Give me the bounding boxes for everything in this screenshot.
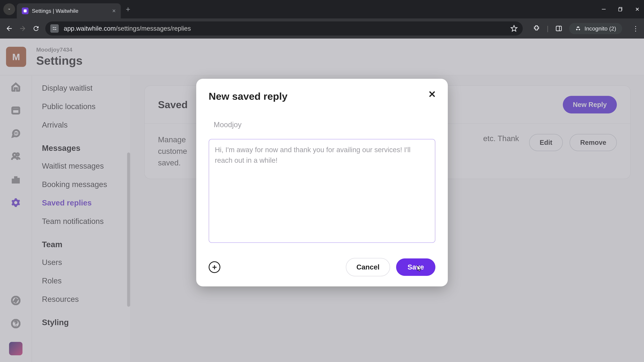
- window-minimize-icon[interactable]: [600, 6, 607, 12]
- svg-point-4: [53, 27, 54, 28]
- svg-rect-1: [602, 9, 606, 9]
- nav-back-icon[interactable]: [5, 24, 14, 33]
- browser-menu-icon[interactable]: ⋮: [632, 25, 639, 32]
- window-maximize-icon[interactable]: [617, 6, 624, 12]
- incognito-label: Incognito (2): [584, 25, 616, 32]
- toolbar-right: | Incognito (2): [533, 23, 622, 34]
- save-button[interactable]: Save: [396, 258, 435, 276]
- modal-overlay[interactable]: New saved reply ✕ Moodjoy + Cancel Save: [0, 38, 644, 362]
- modal-close-icon[interactable]: ✕: [428, 89, 436, 100]
- new-saved-reply-modal: New saved reply ✕ Moodjoy + Cancel Save: [196, 79, 448, 286]
- favicon: [22, 7, 28, 14]
- browser-titlebar: Settings | Waitwhile × +: [0, 0, 644, 18]
- window-controls: [600, 0, 641, 18]
- cancel-button[interactable]: Cancel: [346, 258, 390, 276]
- svg-rect-5: [54, 27, 56, 28]
- reply-name-input[interactable]: Moodjoy: [209, 117, 435, 132]
- incognito-indicator[interactable]: Incognito (2): [569, 23, 622, 34]
- browser-toolbar: app.waitwhile.com/settings/messages/repl…: [0, 18, 644, 38]
- app-viewport: M Moodjoy7434 Settings: [0, 38, 644, 362]
- nav-reload-icon[interactable]: [32, 24, 40, 33]
- svg-rect-3: [619, 8, 622, 11]
- bookmark-star-icon[interactable]: [510, 25, 518, 32]
- nav-forward-icon[interactable]: [18, 24, 27, 33]
- svg-rect-0: [24, 9, 26, 12]
- url-text: app.waitwhile.com/settings/messages/repl…: [64, 25, 505, 32]
- site-settings-icon[interactable]: [50, 24, 59, 33]
- tab-title: Settings | Waitwhile: [32, 8, 109, 14]
- tab-close-icon[interactable]: ×: [112, 8, 116, 14]
- tab-search-dropdown[interactable]: [3, 3, 15, 15]
- window-close-icon[interactable]: [634, 6, 641, 12]
- modal-title: New saved reply: [209, 90, 435, 102]
- svg-point-6: [55, 29, 56, 30]
- sidepanel-icon[interactable]: [555, 25, 562, 32]
- add-variable-button[interactable]: +: [209, 261, 220, 273]
- toolbar-separator: |: [547, 25, 548, 32]
- save-button-label: Save: [408, 263, 424, 271]
- browser-tab-active[interactable]: Settings | Waitwhile ×: [17, 3, 121, 18]
- extensions-icon[interactable]: [533, 25, 540, 32]
- new-tab-button[interactable]: +: [126, 5, 130, 14]
- svg-rect-8: [556, 26, 562, 31]
- reply-body-textarea[interactable]: [209, 139, 435, 243]
- address-bar[interactable]: app.waitwhile.com/settings/messages/repl…: [45, 21, 523, 35]
- svg-rect-7: [53, 29, 55, 30]
